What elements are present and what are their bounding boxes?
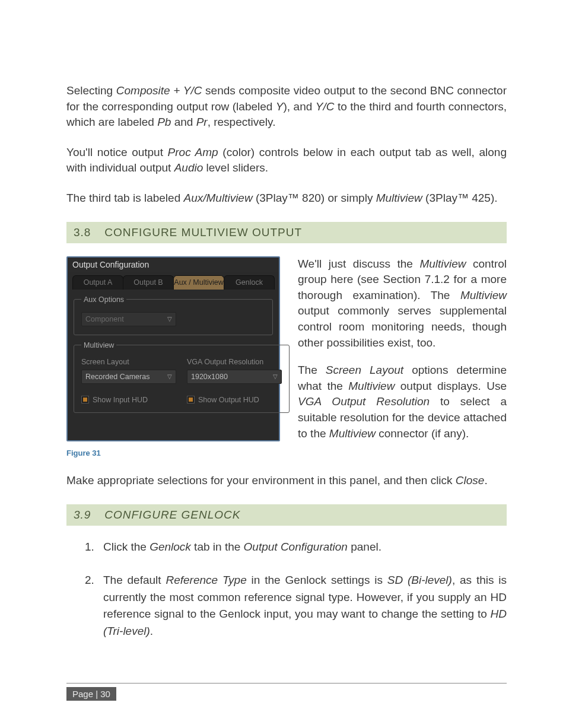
heading-text: CONFIGURE MULTIVIEW OUTPUT xyxy=(104,226,302,239)
term-multiview: Multiview xyxy=(376,192,422,204)
heading-text: CONFIGURE GENLOCK xyxy=(104,508,240,521)
term-composite-yc: Composite + Y/C xyxy=(116,84,202,97)
step-1: Click the Genlock tab in the Output Conf… xyxy=(97,539,507,556)
text: The third tab is labeled xyxy=(66,192,184,204)
tab-genlock[interactable]: Genlock xyxy=(224,275,275,290)
show-output-hud-checkbox[interactable]: Show Output HUD xyxy=(187,396,282,404)
heading-number: 3.9 xyxy=(74,508,101,522)
term-audio: Audio xyxy=(174,161,203,174)
text: output commonly serves supplemental cont… xyxy=(298,304,507,348)
term-yc: Y/C xyxy=(316,100,335,113)
text: . xyxy=(150,625,153,637)
term-multiview: Multiview xyxy=(460,289,507,301)
text: output displays. Use xyxy=(395,380,507,392)
term-output-configuration: Output Configuration xyxy=(244,541,348,553)
step-2: The default Reference Type in the Genloc… xyxy=(97,572,507,640)
term-screen-layout: Screen Layout xyxy=(326,364,403,376)
term-multiview: Multiview xyxy=(329,427,376,440)
term-y: Y xyxy=(276,100,284,113)
heading-3-9: 3.9 CONFIGURE GENLOCK xyxy=(66,504,507,526)
term-close: Close xyxy=(456,474,485,487)
dropdown-value: Recorded Cameras xyxy=(85,373,150,381)
paragraph-composite: Selecting Composite + Y/C sends composit… xyxy=(66,83,507,131)
chevron-down-icon: ▽ xyxy=(167,373,172,380)
text: , respectively. xyxy=(208,116,276,128)
tab-aux-multiview[interactable]: Aux / Multiview xyxy=(173,275,224,290)
text: connector (if any). xyxy=(376,427,469,440)
checkbox-label: Show Input HUD xyxy=(93,396,148,404)
screen-layout-label: Screen Layout xyxy=(81,358,176,366)
text: level sliders. xyxy=(203,161,268,174)
paragraph-multiview-intro: We'll just discuss the Multiview control… xyxy=(298,256,507,351)
text: (3Play™ 425). xyxy=(422,192,498,204)
text: The default xyxy=(103,574,166,586)
checkbox-icon xyxy=(187,396,195,403)
term-reference-type: Reference Type xyxy=(166,574,246,586)
show-input-hud-checkbox[interactable]: Show Input HUD xyxy=(81,396,176,404)
checkbox-label: Show Output HUD xyxy=(198,396,259,404)
paragraph-third-tab: The third tab is labeled Aux/Multiview (… xyxy=(66,190,507,206)
text: The xyxy=(298,364,326,376)
paragraph-screen-layout: The Screen Layout options determine what… xyxy=(298,363,507,441)
text: Make appropriate selections for your env… xyxy=(66,474,456,487)
term-aux-multiview: Aux/Multiview xyxy=(184,192,253,204)
text: Click the xyxy=(103,541,150,553)
text: panel. xyxy=(348,541,381,553)
tab-output-a[interactable]: Output A xyxy=(72,275,123,290)
text: . xyxy=(484,474,487,487)
genlock-steps: Click the Genlock tab in the Output Conf… xyxy=(66,539,507,640)
page-number: Page | 30 xyxy=(66,687,116,701)
text: We'll just discuss the xyxy=(298,257,419,270)
heading-number: 3.8 xyxy=(74,226,101,239)
text: tab in the xyxy=(191,541,244,553)
multiview-legend: Multiview xyxy=(81,341,116,349)
text: ), and xyxy=(284,100,316,113)
chevron-down-icon: ▽ xyxy=(167,316,172,322)
multiview-group: Multiview Screen Layout VGA Output Resol… xyxy=(74,341,290,413)
checkbox-icon xyxy=(81,396,89,403)
figure-caption: Figure 31 xyxy=(66,449,507,457)
chevron-down-icon: ▽ xyxy=(273,373,278,380)
aux-options-group: Aux Options Component ▽ xyxy=(74,295,273,335)
text: and xyxy=(171,116,196,128)
aux-connection-dropdown[interactable]: Component ▽ xyxy=(81,312,176,326)
term-sd-bilevel: SD (Bi-level) xyxy=(387,574,452,586)
output-configuration-panel: Output Configuration Output A Output B A… xyxy=(66,256,280,442)
term-proc-amp: Proc Amp xyxy=(168,146,218,158)
dropdown-value: 1920x1080 xyxy=(191,373,228,381)
term-genlock: Genlock xyxy=(150,541,191,553)
paragraph-make-selections: Make appropriate selections for your env… xyxy=(66,473,507,489)
footer-divider xyxy=(66,683,507,684)
vga-resolution-dropdown[interactable]: 1920x1080 ▽ xyxy=(187,370,282,384)
term-multiview: Multiview xyxy=(348,380,395,392)
term-pr: Pr xyxy=(196,116,208,128)
term-vga-output-resolution: VGA Output Resolution xyxy=(298,395,430,408)
term-multiview: Multiview xyxy=(419,257,466,270)
text: in the Genlock settings is xyxy=(247,574,387,586)
dropdown-value: Component xyxy=(85,315,124,323)
vga-resolution-label: VGA Output Resolution xyxy=(187,358,282,366)
text: You'll notice output xyxy=(66,146,168,158)
panel-title: Output Configuration xyxy=(68,257,279,272)
paragraph-procamp: You'll notice output Proc Amp (color) co… xyxy=(66,145,507,176)
aux-options-legend: Aux Options xyxy=(81,295,126,304)
heading-3-8: 3.8 CONFIGURE MULTIVIEW OUTPUT xyxy=(66,222,507,243)
text: (3Play™ 820) or simply xyxy=(253,192,376,204)
page-footer: Page | 30 xyxy=(66,683,507,701)
panel-tabs: Output A Output B Aux / Multiview Genloc… xyxy=(68,272,279,290)
tab-output-b[interactable]: Output B xyxy=(123,275,174,290)
screen-layout-dropdown[interactable]: Recorded Cameras ▽ xyxy=(81,370,176,384)
text: Selecting xyxy=(66,84,116,97)
term-pb: Pb xyxy=(157,116,171,128)
